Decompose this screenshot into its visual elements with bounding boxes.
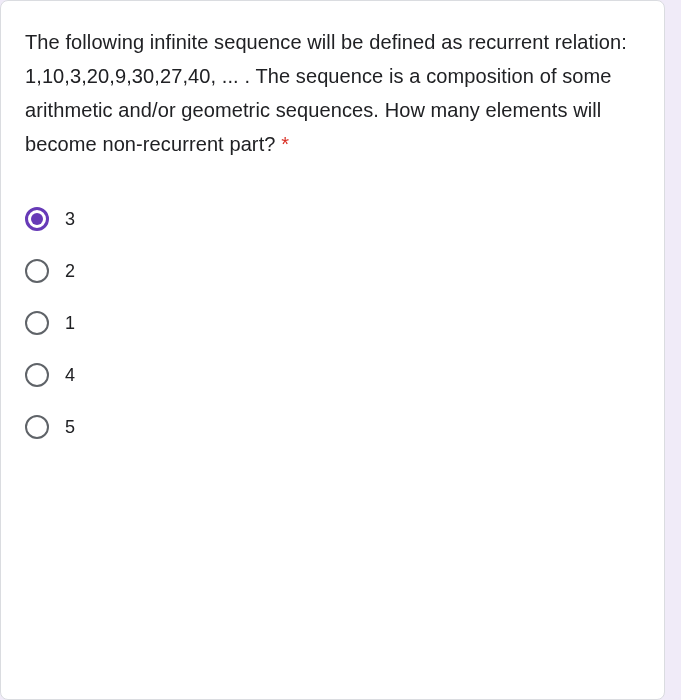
option-label: 2 xyxy=(65,261,75,282)
radio-button[interactable] xyxy=(25,207,49,231)
radio-button[interactable] xyxy=(25,259,49,283)
question-text: The following infinite sequence will be … xyxy=(25,25,640,161)
option-label: 5 xyxy=(65,417,75,438)
option-label: 3 xyxy=(65,209,75,230)
question-body: The following infinite sequence will be … xyxy=(25,31,627,155)
radio-button[interactable] xyxy=(25,415,49,439)
option-row[interactable]: 5 xyxy=(25,401,640,453)
option-row[interactable]: 4 xyxy=(25,349,640,401)
option-label: 4 xyxy=(65,365,75,386)
option-row[interactable]: 1 xyxy=(25,297,640,349)
required-asterisk: * xyxy=(281,133,289,155)
option-row[interactable]: 2 xyxy=(25,245,640,297)
radio-button[interactable] xyxy=(25,311,49,335)
option-row[interactable]: 3 xyxy=(25,193,640,245)
radio-button[interactable] xyxy=(25,363,49,387)
options-group: 3 2 1 4 5 xyxy=(25,193,640,453)
radio-dot-icon xyxy=(31,213,43,225)
question-card: The following infinite sequence will be … xyxy=(0,0,665,700)
option-label: 1 xyxy=(65,313,75,334)
